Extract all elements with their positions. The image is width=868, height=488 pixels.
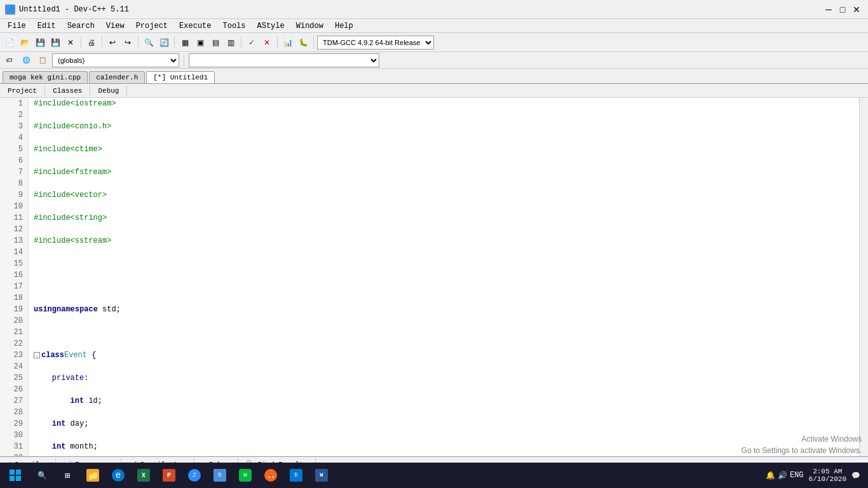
save-button[interactable]: 💾 <box>33 36 47 50</box>
clock-date: 6/10/2020 <box>809 475 846 483</box>
proj-tabs-bar: Project Classes Debug <box>0 84 868 98</box>
taskbar-search-button[interactable]: 🔍 <box>31 464 53 487</box>
taskbar-icon-explorer[interactable]: 📁 <box>81 464 104 487</box>
app-icon: 🔷 <box>5 4 15 15</box>
open-button[interactable]: 📂 <box>18 36 32 50</box>
taskbar-icon-devcpp[interactable]: D <box>208 464 231 487</box>
replace-button[interactable]: 🔄 <box>157 36 171 50</box>
menu-edit[interactable]: Edit <box>32 20 61 32</box>
toggle-button1[interactable]: ▦ <box>178 36 192 50</box>
taskbar-icon-zoom[interactable]: Z <box>183 464 206 487</box>
main-area: 12345 678910 1112131415 1617181920 21222… <box>0 98 868 456</box>
tab-moga[interactable]: moga kek gini.cpp <box>3 71 88 83</box>
check-button[interactable]: ✓ <box>245 36 259 50</box>
taskbar-icon-edge[interactable]: e <box>107 464 130 487</box>
toggle-button2[interactable]: ▣ <box>193 36 207 50</box>
menu-search[interactable]: Search <box>62 20 100 32</box>
menu-execute[interactable]: Execute <box>174 20 216 32</box>
redo-button[interactable]: ↪ <box>121 36 135 50</box>
svg-rect-1 <box>16 470 21 475</box>
maximize-button[interactable]: □ <box>836 3 849 16</box>
toggle-button4[interactable]: ▥ <box>224 36 238 50</box>
title-bar: 🔷 Untitled1 - Dev-C++ 5.11 ─ □ ✕ <box>0 0 868 19</box>
proj-tab-classes[interactable]: Classes <box>45 86 90 96</box>
toggle-button3[interactable]: ▤ <box>208 36 222 50</box>
chart-button[interactable]: 📊 <box>281 36 295 50</box>
globals-dropdown[interactable]: (globals) <box>52 53 179 67</box>
activate-watermark: Activate Windows Go to Settings to activ… <box>742 433 862 456</box>
taskbar: 🔍 ⊞ 📁 e X P Z D W 🦊 D W 🔔 🔊 ENG 2:05 AM <box>0 463 868 488</box>
window-title: Untitled1 - Dev-C++ 5.11 <box>19 5 129 14</box>
menu-tools[interactable]: Tools <box>218 20 251 32</box>
new-button[interactable]: 📄 <box>3 36 17 50</box>
vertical-scrollbar[interactable] <box>859 98 868 456</box>
minimize-button[interactable]: ─ <box>822 3 835 16</box>
taskbar-right: 🔔 🔊 ENG 2:05 AM 6/10/2020 💬 <box>766 468 865 483</box>
volume-icon: 🔊 <box>778 471 787 480</box>
tab-untitled[interactable]: [*] Untitled1 <box>146 71 215 83</box>
menu-astyle[interactable]: AStyle <box>252 20 290 32</box>
line-numbers: 12345 678910 1112131415 1617181920 21222… <box>0 98 29 456</box>
taskbar-icon-word[interactable]: W <box>310 464 333 487</box>
scope-btn[interactable]: 📋 <box>36 53 50 67</box>
compiler-select[interactable]: TDM-GCC 4.9.2 64-bit Release <box>317 36 434 50</box>
taskbar-icon-wechat[interactable]: W <box>234 464 257 487</box>
network-icon: 🔔 <box>766 471 775 480</box>
close-file-button[interactable]: ✕ <box>64 36 78 50</box>
global-btn[interactable]: 🌐 <box>19 53 33 67</box>
find-button[interactable]: 🔍 <box>142 36 156 50</box>
toolbar-secondary: 🏷 🌐 📋 (globals) <box>0 52 868 69</box>
debug-button[interactable]: 🐛 <box>296 36 310 50</box>
stop-button[interactable]: ✕ <box>260 36 274 50</box>
undo-button[interactable]: ↩ <box>105 36 119 50</box>
watermark-line2: Go to Settings to activate Windows. <box>742 445 862 456</box>
tab-calender[interactable]: calender.h <box>89 71 145 83</box>
lang-icon: ENG <box>790 471 804 480</box>
watermark-line1: Activate Windows <box>742 433 862 445</box>
menu-file[interactable]: File <box>3 20 31 32</box>
file-tabs-bar: moga kek gini.cpp calender.h [*] Untitle… <box>0 69 868 84</box>
class-btn[interactable]: 🏷 <box>3 53 17 67</box>
start-button[interactable] <box>3 464 28 487</box>
close-button[interactable]: ✕ <box>850 3 863 16</box>
window-controls: ─ □ ✕ <box>822 3 863 16</box>
menu-window[interactable]: Window <box>291 20 329 32</box>
print-button[interactable]: 🖨 <box>85 36 98 50</box>
svg-rect-0 <box>10 470 15 475</box>
menu-project[interactable]: Project <box>131 20 173 32</box>
clock-time: 2:05 AM <box>809 468 846 475</box>
toolbar-main: 📄 📂 💾 💾 ✕ 🖨 ↩ ↪ 🔍 🔄 ▦ ▣ ▤ ▥ ✓ ✕ 📊 🐛 TDM-… <box>0 33 868 52</box>
svg-rect-3 <box>16 476 21 481</box>
code-text[interactable]: #include<iostream> #include<conio.h> #in… <box>29 98 859 456</box>
taskbar-sys-icons: 🔔 🔊 ENG <box>766 471 804 480</box>
taskbar-icon-taskview[interactable]: ⊞ <box>56 464 79 487</box>
menu-help[interactable]: Help <box>330 20 358 32</box>
menu-view[interactable]: View <box>101 20 130 32</box>
symbol-dropdown[interactable] <box>189 53 379 67</box>
save-all-button[interactable]: 💾 <box>48 36 62 50</box>
taskbar-icon-app[interactable]: D <box>285 464 308 487</box>
taskbar-icon-firefox[interactable]: 🦊 <box>259 464 282 487</box>
menu-bar: File Edit Search View Project Execute To… <box>0 19 868 33</box>
notification-icon[interactable]: 💬 <box>851 471 860 480</box>
taskbar-icon-excel[interactable]: X <box>132 464 155 487</box>
taskbar-icon-ppt[interactable]: P <box>158 464 180 487</box>
code-editor[interactable]: 12345 678910 1112131415 1617181920 21222… <box>0 98 868 456</box>
proj-tab-project[interactable]: Project <box>0 86 45 96</box>
svg-rect-2 <box>10 476 15 481</box>
proj-tab-debug[interactable]: Debug <box>90 86 127 96</box>
taskbar-clock[interactable]: 2:05 AM 6/10/2020 <box>809 468 846 483</box>
